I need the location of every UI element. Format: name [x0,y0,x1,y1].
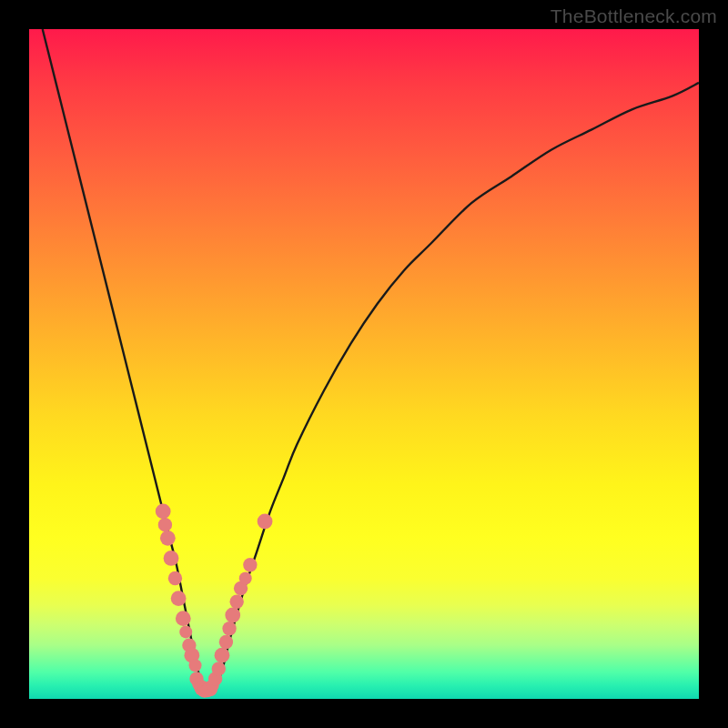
chart-frame: TheBottleneck.com [0,0,728,728]
data-markers [156,504,273,698]
data-marker [225,608,240,623]
watermark-text: TheBottleneck.com [551,5,717,27]
data-marker [160,531,176,546]
data-marker [171,591,187,606]
data-marker [158,518,172,531]
data-marker [212,662,226,675]
bottleneck-curve-svg [29,29,699,699]
data-marker [179,625,192,638]
data-marker [164,551,179,566]
data-marker [243,558,257,571]
data-marker [222,622,236,635]
data-marker [215,648,230,663]
plot-area [29,29,699,699]
data-marker [258,514,273,530]
data-marker [168,571,182,585]
data-marker [239,572,252,585]
data-marker [156,504,171,520]
data-marker [229,595,243,609]
bottleneck-curve-path [43,29,699,693]
data-marker [176,611,191,626]
data-marker [219,635,233,649]
data-marker [189,659,202,672]
